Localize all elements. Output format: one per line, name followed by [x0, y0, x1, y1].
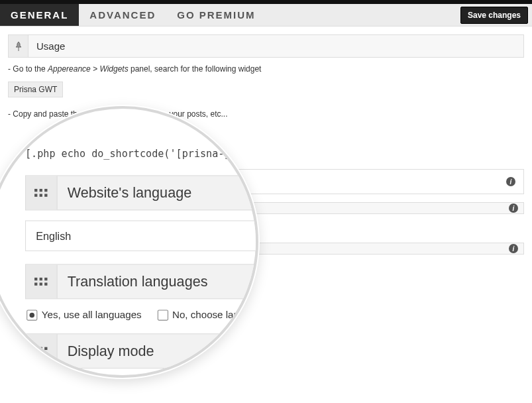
grid-icon [26, 334, 58, 368]
save-changes-button[interactable]: Save changes [460, 7, 528, 24]
section-display-mode-header: Display mode [25, 333, 258, 369]
tab-general[interactable]: General [0, 4, 79, 26]
info-icon[interactable]: i [506, 177, 515, 186]
translation-languages-options: Yes, use all languages No, choose langu [25, 309, 258, 320]
section-usage-header: Usage [8, 34, 524, 58]
magnifier-lens: [.php echo do_shortcode('[prisna-g Websi… [0, 106, 258, 378]
tab-go-premium[interactable]: Go Premium [166, 4, 266, 26]
grid-icon [26, 264, 58, 298]
tab-advanced[interactable]: Advanced [79, 4, 166, 26]
grid-icon [26, 176, 58, 210]
usage-line-1: - Go to the Appereance > Widgets panel, … [8, 64, 524, 74]
section-website-language-title: Website's language [58, 176, 202, 210]
section-display-mode-title: Display mode [58, 334, 164, 368]
info-icon[interactable]: i [509, 203, 518, 213]
radio-checked-icon [27, 310, 37, 320]
usage-line-1-path: Appereance > Widgets [48, 64, 129, 74]
radio-unchecked-icon [157, 310, 168, 320]
section-translation-languages-title: Translation languages [58, 264, 218, 298]
website-language-select[interactable]: English [25, 220, 258, 251]
widget-name-chip: Prisna GWT [8, 82, 63, 97]
info-icon[interactable]: i [509, 244, 518, 253]
section-translation-languages-header: Translation languages [25, 264, 258, 299]
usage-line-1-prefix: - Go to the [8, 64, 48, 74]
section-usage-title: Usage [28, 35, 523, 57]
usage-line-1-suffix: panel, search for the following widget [129, 64, 262, 74]
tabs-row: General Advanced Go Premium Save changes [0, 4, 532, 27]
option-choose-languages[interactable]: No, choose langu [157, 309, 250, 320]
option-use-all-languages-label: Yes, use all languages [42, 309, 142, 320]
pin-icon [9, 35, 28, 57]
option-use-all-languages[interactable]: Yes, use all languages [27, 309, 141, 320]
section-website-language-header: Website's language [25, 175, 258, 210]
